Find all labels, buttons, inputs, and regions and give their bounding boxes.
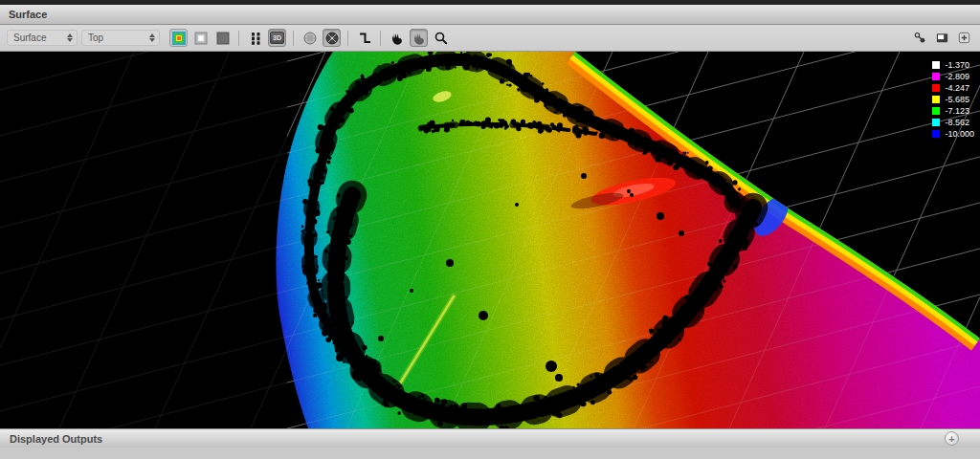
depth-legend: -1.370-2.809-4.247-5.685-7.123-8.562-10.… [932, 61, 974, 138]
legend-swatch [932, 84, 940, 92]
gray-square-icon [215, 31, 231, 46]
legend-label: -1.370 [945, 61, 969, 69]
expand-panel-button[interactable]: + [945, 431, 959, 446]
shaded-view-button[interactable] [323, 29, 341, 47]
window-bottom-edge [0, 448, 980, 459]
point-display-button[interactable] [246, 29, 264, 47]
3d-viewport[interactable]: -1.370-2.809-4.247-5.685-7.123-8.562-10.… [0, 52, 980, 428]
legend-label: -10.000 [945, 130, 974, 138]
toolbar-separator [380, 31, 381, 46]
view-select[interactable]: Top [81, 30, 160, 46]
white-surface-button[interactable] [191, 29, 210, 47]
profile-tool-button[interactable] [355, 29, 373, 47]
legend-label: -5.685 [945, 96, 969, 103]
hand-drag-icon [412, 31, 427, 46]
dotted-columns-icon [248, 31, 263, 46]
zoom-magnifier-icon [434, 31, 449, 46]
legend-row: -4.247 [932, 84, 974, 92]
toolbar-separator [293, 31, 294, 46]
zoom-button[interactable] [432, 29, 450, 47]
wireframe-shading-button[interactable] [301, 29, 319, 47]
legend-row: -2.809 [932, 73, 974, 80]
window-view-icon [935, 31, 949, 45]
toolbar-separator [238, 31, 239, 46]
updown-arrows-icon [149, 33, 155, 42]
drag-mode-button[interactable] [410, 29, 428, 47]
colormap-button[interactable] [169, 29, 188, 47]
colormap-icon [171, 31, 187, 46]
legend-swatch [932, 130, 940, 138]
panel-title: Surface [9, 9, 47, 20]
gray-surface-button[interactable] [213, 29, 232, 47]
displayed-outputs-title: Displayed Outputs [10, 433, 102, 445]
toolbar: Surface Top [0, 25, 980, 52]
add-box-icon [957, 31, 971, 45]
3d-view-button[interactable]: 3D [268, 29, 286, 47]
plus-circle-icon: + [948, 434, 954, 444]
add-view-button[interactable] [955, 29, 973, 47]
white-square-icon [193, 31, 209, 46]
legend-label: -4.247 [945, 84, 969, 92]
3d-icon: 3D [270, 32, 284, 44]
panel-title-bar: Surface [0, 5, 980, 25]
legend-row: -5.685 [932, 96, 974, 103]
legend-row: -10.000 [932, 130, 974, 138]
displayed-outputs-bar[interactable]: Displayed Outputs + [0, 428, 980, 448]
hatched-sphere-icon [302, 31, 318, 46]
legend-swatch [932, 73, 940, 80]
pan-button[interactable] [388, 29, 406, 47]
legend-swatch [932, 107, 940, 115]
toolbar-separator [347, 31, 348, 46]
legend-label: -7.123 [945, 107, 969, 115]
legend-swatch [932, 61, 940, 69]
legend-row: -8.562 [932, 119, 974, 126]
layer-select-value: Surface [13, 33, 46, 43]
updown-arrows-icon [67, 33, 73, 42]
view-select-value: Top [88, 33, 103, 43]
profile-step-icon [357, 31, 372, 46]
legend-label: -8.562 [945, 119, 969, 126]
legend-row: -1.370 [932, 61, 974, 69]
legend-label: -2.809 [945, 73, 969, 80]
grid-dim-overlay [0, 52, 287, 428]
new-window-button[interactable] [933, 29, 951, 47]
link-nodes-icon [913, 31, 927, 45]
legend-swatch [932, 119, 940, 126]
hand-pan-icon [390, 31, 405, 46]
shaded-sphere-icon [324, 31, 340, 46]
legend-row: -7.123 [932, 107, 974, 115]
surface-render [0, 52, 980, 428]
link-views-button[interactable] [911, 29, 929, 47]
legend-swatch [932, 96, 940, 103]
layer-select[interactable]: Surface [7, 30, 78, 46]
